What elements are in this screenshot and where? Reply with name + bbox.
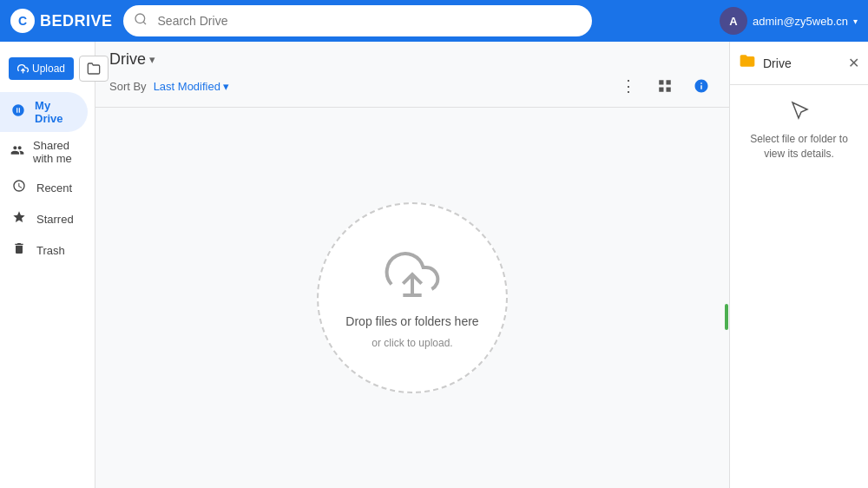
detail-hint: Select file or folder to view its detail… [740, 132, 858, 162]
header-right: A admin@zy5web.cn ▾ [720, 7, 858, 35]
chevron-down-icon: ▾ [853, 16, 858, 26]
drop-circle[interactable]: Drop files or folders here or click to u… [317, 202, 508, 393]
sidebar-item-label: Starred [36, 213, 74, 226]
content-header: Drive ▾ [95, 42, 729, 69]
logo-area: C BEDRIVE [10, 9, 113, 33]
avatar: A [720, 7, 747, 35]
detail-title: Drive [763, 56, 841, 70]
avatar-area[interactable]: A admin@zy5web.cn ▾ [720, 7, 858, 35]
close-detail-button[interactable]: ✕ [848, 55, 859, 71]
app-header: C BEDRIVE A admin@zy5web.cn ▾ [0, 0, 868, 42]
more-options-button[interactable]: ⋮ [615, 72, 642, 100]
upload-area: Upload [0, 49, 95, 92]
sort-button[interactable]: Last Modified ▾ [154, 80, 229, 93]
grid-view-button[interactable] [651, 72, 679, 100]
search-bar [123, 5, 592, 36]
svg-point-0 [135, 14, 145, 23]
detail-panel: Drive ✕ Select file or folder to view it… [729, 42, 868, 488]
drop-text: Drop files or folders here [345, 314, 478, 328]
toolbar-right: ⋮ [615, 72, 715, 100]
drop-subtext: or click to upload. [372, 337, 452, 349]
detail-body: Select file or folder to view its detail… [730, 85, 868, 172]
drive-icon [10, 103, 26, 121]
trash-icon [10, 241, 28, 259]
sidebar-item-label: Trash [36, 244, 65, 257]
admin-label: admin@zy5web.cn [753, 15, 848, 28]
toolbar: Sort By Last Modified ▾ ⋮ [95, 69, 729, 108]
breadcrumb[interactable]: Drive ▾ [109, 50, 155, 69]
upload-button[interactable]: Upload [9, 57, 74, 80]
folder-icon [739, 52, 756, 74]
info-button[interactable] [687, 72, 715, 100]
logo-text: BEDRIVE [40, 12, 113, 30]
main-layout: Upload My Drive Shared with me Recent [0, 42, 868, 488]
cursor-icon [789, 99, 810, 125]
sidebar-item-label: Recent [36, 181, 72, 195]
content-area: Drive ▾ Sort By Last Modified ▾ ⋮ [95, 42, 729, 488]
star-icon [10, 210, 28, 228]
clock-icon [10, 179, 28, 196]
cloud-upload-icon [385, 247, 440, 306]
people-icon [10, 143, 24, 161]
search-input[interactable] [123, 5, 592, 36]
sidebar-item-trash[interactable]: Trash [0, 234, 88, 266]
sidebar-item-label: Shared with me [33, 139, 77, 165]
svg-line-1 [143, 22, 146, 24]
drop-zone-container[interactable]: Drop files or folders here or click to u… [95, 108, 729, 488]
sidebar-item-starred[interactable]: Starred [0, 203, 88, 234]
search-icon [134, 12, 148, 30]
sidebar-item-label: My Drive [35, 99, 77, 125]
detail-header: Drive ✕ [730, 42, 868, 85]
scroll-indicator [725, 304, 728, 330]
sidebar-item-recent[interactable]: Recent [0, 172, 88, 203]
sort-by-label: Sort By [109, 80, 147, 93]
sidebar-item-my-drive[interactable]: My Drive [0, 92, 88, 132]
sidebar: Upload My Drive Shared with me Recent [0, 42, 95, 488]
logo-icon: C [10, 9, 35, 33]
sidebar-item-shared[interactable]: Shared with me [0, 132, 88, 172]
